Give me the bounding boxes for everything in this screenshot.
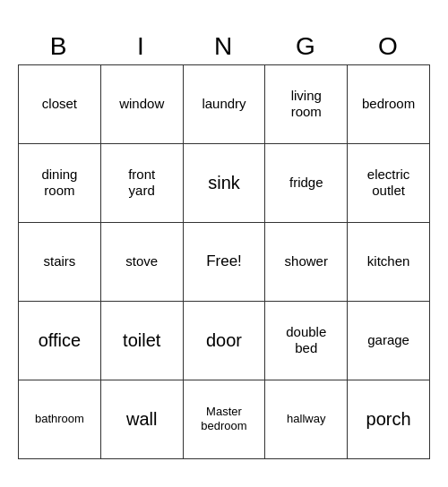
table-cell: kitchen <box>348 222 430 301</box>
table-cell: stove <box>100 222 183 301</box>
table-cell: shower <box>265 222 348 301</box>
header-g: G <box>265 29 348 64</box>
table-cell: wall <box>100 380 183 458</box>
table-cell: livingroom <box>265 64 348 143</box>
bingo-table: closetwindowlaundrylivingroombedroomdini… <box>18 64 430 459</box>
table-cell: office <box>19 301 101 380</box>
table-row: closetwindowlaundrylivingroombedroom <box>19 64 430 143</box>
table-cell: Masterbedroom <box>183 380 265 458</box>
table-cell: garage <box>348 301 430 380</box>
table-cell: Free! <box>183 222 265 301</box>
table-cell: stairs <box>19 222 101 301</box>
table-cell: closet <box>19 64 101 143</box>
table-cell: bathroom <box>19 380 101 458</box>
header-i: I <box>100 29 183 64</box>
header-n: N <box>183 29 265 64</box>
table-row: bathroomwallMasterbedroomhallwayporch <box>19 380 430 458</box>
header-b: B <box>18 29 100 64</box>
table-cell: electricoutlet <box>348 143 430 222</box>
table-cell: doublebed <box>265 301 348 380</box>
table-row: officetoiletdoordoublebedgarage <box>19 301 430 380</box>
table-cell: laundry <box>183 64 265 143</box>
table-cell: diningroom <box>19 143 101 222</box>
table-cell: door <box>183 301 265 380</box>
table-cell: porch <box>348 380 430 458</box>
table-cell: fridge <box>265 143 348 222</box>
table-row: stairsstoveFree!showerkitchen <box>19 222 430 301</box>
table-cell: window <box>100 64 183 143</box>
table-cell: frontyard <box>100 143 183 222</box>
header-row: B I N G O <box>18 29 430 64</box>
bingo-card: B I N G O closetwindowlaundrylivingroomb… <box>18 29 430 459</box>
table-cell: sink <box>183 143 265 222</box>
table-row: diningroomfrontyardsinkfridgeelectricout… <box>19 143 430 222</box>
table-cell: bedroom <box>348 64 430 143</box>
table-cell: hallway <box>265 380 348 458</box>
header-o: O <box>348 29 430 64</box>
table-cell: toilet <box>100 301 183 380</box>
